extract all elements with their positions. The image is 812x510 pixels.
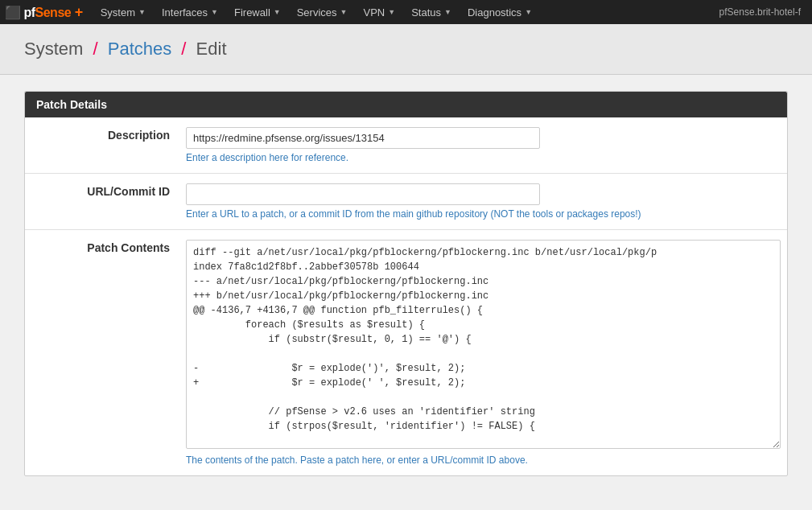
breadcrumb-system: System bbox=[24, 39, 83, 59]
nav-item-vpn[interactable]: VPN ▼ bbox=[355, 0, 403, 24]
patch-contents-textarea[interactable] bbox=[186, 240, 781, 449]
patch-contents-row: Patch Contents The contents of the patch… bbox=[25, 230, 787, 476]
nav-item-status-label: Status bbox=[411, 6, 441, 19]
main-content: Patch Details Description Enter a descri… bbox=[0, 75, 812, 492]
nav-item-interfaces-label: Interfaces bbox=[162, 6, 208, 19]
logo-plus: + bbox=[71, 4, 83, 20]
nav-item-services-label: Services bbox=[297, 6, 337, 19]
breadcrumb-bar: System / Patches / Edit bbox=[0, 24, 812, 75]
url-commit-hint: Enter a URL to a patch, or a commit ID f… bbox=[186, 208, 774, 220]
description-row: Description Enter a description here for… bbox=[25, 117, 787, 174]
patch-contents-label: Patch Contents bbox=[25, 230, 186, 476]
description-label: Description bbox=[25, 117, 186, 174]
url-commit-label: URL/Commit ID bbox=[25, 174, 186, 230]
chevron-down-icon: ▼ bbox=[138, 8, 146, 16]
nav-menu: System ▼ Interfaces ▼ Firewall ▼ Service… bbox=[93, 0, 719, 24]
chevron-down-icon: ▼ bbox=[340, 8, 348, 16]
description-hint: Enter a description here for reference. bbox=[186, 152, 774, 163]
nav-item-firewall-label: Firewall bbox=[234, 6, 270, 19]
panel-header: Patch Details bbox=[25, 92, 787, 117]
chevron-down-icon: ▼ bbox=[211, 8, 218, 16]
chevron-down-icon: ▼ bbox=[444, 8, 451, 16]
nav-item-firewall[interactable]: Firewall ▼ bbox=[226, 0, 289, 24]
patch-contents-hint: The contents of the patch. Paste a patch… bbox=[186, 454, 781, 466]
nav-item-system-label: System bbox=[101, 6, 135, 19]
patch-details-panel: Patch Details Description Enter a descri… bbox=[24, 91, 788, 476]
url-commit-input[interactable] bbox=[186, 183, 540, 205]
logo-sense: Sense bbox=[35, 6, 72, 19]
logo-pf: ⬛ pf bbox=[5, 6, 35, 19]
chevron-down-icon: ▼ bbox=[274, 8, 281, 16]
chevron-down-icon: ▼ bbox=[525, 8, 532, 16]
url-commit-input-cell: Enter a URL to a patch, or a commit ID f… bbox=[186, 174, 787, 230]
logo: ⬛ pfSense + bbox=[5, 4, 83, 21]
nav-item-diagnostics[interactable]: Diagnostics ▼ bbox=[460, 0, 540, 24]
nav-item-status[interactable]: Status ▼ bbox=[403, 0, 460, 24]
breadcrumb-sep-1: / bbox=[93, 39, 97, 59]
hostname: pfSense.brit-hotel-f bbox=[719, 6, 807, 18]
description-input-cell: Enter a description here for reference. bbox=[186, 117, 787, 174]
nav-item-interfaces[interactable]: Interfaces ▼ bbox=[154, 0, 226, 24]
nav-item-vpn-label: VPN bbox=[363, 6, 385, 19]
nav-item-system[interactable]: System ▼ bbox=[93, 0, 154, 24]
navbar: ⬛ pfSense + System ▼ Interfaces ▼ Firewa… bbox=[0, 0, 812, 24]
chevron-down-icon: ▼ bbox=[388, 8, 395, 16]
patch-contents-input-cell: The contents of the patch. Paste a patch… bbox=[186, 230, 787, 476]
breadcrumb: System / Patches / Edit bbox=[24, 39, 788, 60]
form-table: Description Enter a description here for… bbox=[25, 117, 787, 475]
nav-item-services[interactable]: Services ▼ bbox=[289, 0, 356, 24]
breadcrumb-patches[interactable]: Patches bbox=[108, 39, 172, 59]
description-input[interactable] bbox=[186, 127, 540, 149]
url-commit-row: URL/Commit ID Enter a URL to a patch, or… bbox=[25, 174, 787, 230]
breadcrumb-sep-2: / bbox=[181, 39, 186, 59]
nav-item-diagnostics-label: Diagnostics bbox=[468, 6, 521, 19]
breadcrumb-edit: Edit bbox=[196, 39, 227, 59]
